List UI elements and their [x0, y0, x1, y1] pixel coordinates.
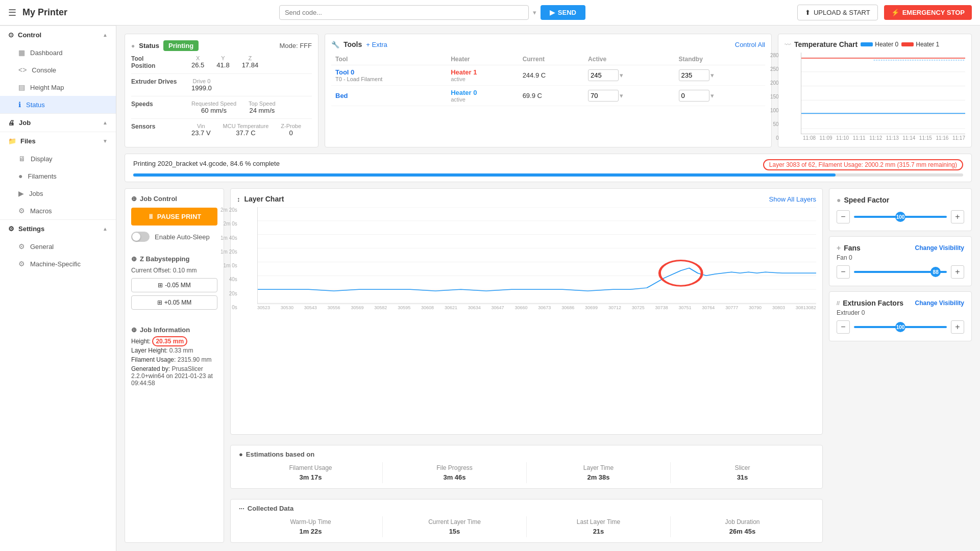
dropdown-icon[interactable]: ▾	[533, 9, 536, 16]
extruder-label: Extruder 0	[837, 309, 964, 316]
extrusion-minus-btn[interactable]: −	[837, 320, 850, 334]
pause-print-button[interactable]: ⏸ PAUSE PRINT	[131, 208, 217, 226]
tool0-name: Tool 0 T0 - Load Filament	[331, 65, 447, 86]
console-icon: <>	[18, 66, 27, 74]
fans-minus-btn[interactable]: −	[837, 265, 850, 279]
sidebar-item-dashboard-label: Dashboard	[30, 49, 63, 57]
z-baby-title: ⊕ Z Babystepping	[131, 255, 217, 263]
menu-icon[interactable]: ☰	[8, 7, 16, 18]
bed-standby-dropdown[interactable]: ▾	[710, 92, 714, 99]
send-button[interactable]: ▶ SEND	[541, 5, 585, 20]
legend-heater0-color	[861, 42, 873, 46]
z-plus-icon: ⊞	[157, 299, 162, 306]
position-row: Tool Position X 26.5 Y 41.8 Z	[131, 55, 312, 74]
bed-active[interactable]: ▾	[584, 86, 674, 106]
speed-factor-header: ● Speed Factor	[837, 196, 964, 204]
emergency-stop-button[interactable]: ⚡ EMERGENCY STOP	[884, 5, 972, 20]
sidebar-item-jobs[interactable]: ▶ Jobs	[0, 185, 116, 202]
sidebar-group-control-label: Control	[18, 31, 41, 39]
layer-chart-title: Layer Chart	[244, 195, 284, 203]
tool0-active-dropdown[interactable]: ▾	[620, 71, 623, 79]
fans-slider[interactable]: 88	[854, 267, 947, 277]
legend-heater0: Heater 0	[861, 41, 898, 48]
jobs-icon: ▶	[18, 189, 24, 197]
coll-warmup: Warm-Up Time 1m 22s	[239, 516, 383, 537]
z-baby-inner: ⊕ Z Babystepping Current Offset: 0.10 mm…	[131, 255, 217, 310]
bed-active-dropdown[interactable]: ▾	[620, 92, 623, 99]
tools-extra-link[interactable]: + Extra	[366, 41, 387, 48]
settings-chevron-icon: ▲	[103, 226, 108, 232]
bed-active-input[interactable]	[588, 90, 619, 102]
speed-factor-plus-btn[interactable]: +	[951, 210, 964, 223]
sidebar-item-status-label: Status	[26, 101, 45, 109]
sidebar-item-machine-specific[interactable]: ⚙ Machine-Specific	[0, 255, 116, 272]
extrusion-change-visibility-btn[interactable]: Change Visibility	[915, 299, 964, 307]
speed-factor-slider-row: − 100 +	[837, 210, 964, 223]
fans-plus-btn[interactable]: +	[951, 265, 964, 279]
estimations-icon: ●	[239, 450, 243, 458]
sidebar-group-control[interactable]: ⊙ Control ▲	[0, 26, 116, 44]
progress-row: Printing 2020_bracket v4.gcode, 84.6 % c…	[133, 159, 963, 170]
sidebar-item-status[interactable]: ℹ Status	[0, 96, 116, 113]
topbar: ☰ My Printer ▾ ▶ SEND ⬆ UPLOAD & START ⚡…	[0, 0, 980, 26]
sidebar-item-machine-specific-label: Machine-Specific	[30, 260, 81, 268]
tool0-active[interactable]: ▾	[584, 65, 674, 86]
speed-factor-slider[interactable]: 100	[854, 212, 947, 222]
sidebar-group-files[interactable]: 📁 Files ▼	[0, 132, 116, 150]
send-code-input[interactable]	[279, 5, 529, 20]
vin-sensor: Vin 23.7 V	[191, 123, 211, 137]
bed-standby[interactable]: ▾	[675, 86, 765, 106]
auto-sleep-toggle[interactable]	[131, 232, 150, 242]
sidebar-item-filaments[interactable]: ● Filaments	[0, 167, 116, 185]
sidebar-item-console[interactable]: <> Console	[0, 61, 116, 79]
collected-grid: Warm-Up Time 1m 22s Current Layer Time 1…	[239, 516, 814, 537]
sidebar-item-console-label: Console	[32, 66, 56, 74]
layer-chart-x-labels: 30523 30530 30543 30556 30569 30582 3059…	[257, 305, 816, 310]
fans-panel: + Fans Change Visibility Fan 0 − 88	[829, 236, 972, 286]
status-icon: ℹ	[18, 101, 21, 109]
show-all-layers-btn[interactable]: Show All Layers	[769, 195, 817, 203]
z-plus-button[interactable]: ⊞ +0.05 MM	[131, 295, 217, 310]
z-minus-button[interactable]: ⊞ -0.05 MM	[131, 278, 217, 292]
job-info-section: ⊕ Job Information Height: 20.35 mm Layer…	[131, 319, 217, 389]
upload-start-button[interactable]: ⬆ UPLOAD & START	[797, 5, 878, 20]
coll-last-layer: Last Layer Time 21s	[527, 516, 671, 537]
sidebar-group-job[interactable]: 🖨 Job ▲	[0, 113, 116, 132]
tools-control-all[interactable]: Control All	[735, 41, 765, 48]
tool0-standby-dropdown[interactable]: ▾	[710, 71, 714, 79]
tool0-heater: Heater 1 active	[447, 65, 519, 86]
sidebar-item-dashboard[interactable]: ▦ Dashboard	[0, 44, 116, 61]
extrusion-thumb: 100	[895, 322, 905, 332]
extrusion-slider[interactable]: 100	[854, 322, 947, 332]
sidebar-group-settings[interactable]: ⚙ Settings ▲	[0, 219, 116, 238]
job-control-icon: ⊕	[131, 195, 137, 203]
sidebar-item-height-map[interactable]: ▤ Height Map	[0, 79, 116, 96]
estimations-title: Estimations based on	[246, 450, 314, 458]
tool0-standby[interactable]: ▾	[675, 65, 765, 86]
mode-label: Mode: FFF	[279, 42, 312, 49]
tool0-standby-input[interactable]	[679, 69, 709, 81]
sidebar-item-general[interactable]: ⚙ General	[0, 238, 116, 255]
bed-standby-input[interactable]	[679, 90, 709, 102]
control-group-icon: ⊙	[8, 31, 14, 39]
send-arrow-icon: ▶	[550, 9, 555, 16]
general-icon: ⚙	[18, 242, 25, 251]
job-control-section: ⊕ Job Control ⏸ PAUSE PRINT Enable Auto-…	[131, 195, 217, 242]
sidebar-item-display[interactable]: 🖥 Display	[0, 150, 116, 167]
temp-chart-header: 〰 Temperature Chart Heater 0 Heater 1	[785, 40, 965, 48]
bed-heater: Heater 0 active	[447, 86, 519, 106]
speed-factor-minus-btn[interactable]: −	[837, 210, 850, 223]
est-file: File Progress 3m 46s	[383, 462, 527, 483]
tool0-active-input[interactable]	[588, 69, 619, 81]
left-panel: ⊕ Job Control ⏸ PAUSE PRINT Enable Auto-…	[125, 188, 224, 543]
files-chevron-icon: ▼	[103, 138, 108, 144]
z-baby-section: ⊕ Z Babystepping Current Offset: 0.10 mm…	[131, 248, 217, 313]
status-panel-title: Status	[139, 42, 159, 49]
layer-chart-y-labels: 2m 20s 2m 0s 1m 40s 1m 20s 1m 0s 40s 20s…	[220, 207, 237, 310]
fans-header: + Fans Change Visibility	[837, 244, 964, 252]
extruder-drive: Drive 0 1999.0	[191, 78, 212, 92]
sidebar-item-macros[interactable]: ⚙ Macros	[0, 202, 116, 219]
extrusion-plus-btn[interactable]: +	[951, 320, 964, 334]
fans-change-visibility-btn[interactable]: Change Visibility	[915, 244, 964, 252]
temp-chart-panel: 〰 Temperature Chart Heater 0 Heater 1 28…	[778, 34, 972, 147]
